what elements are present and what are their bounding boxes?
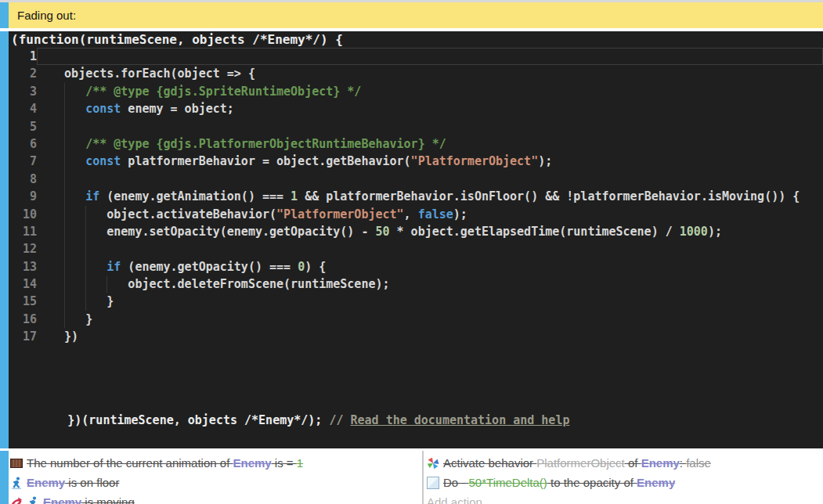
code-line-content[interactable]: } [37, 293, 823, 310]
selection-strip [0, 451, 9, 504]
code-line[interactable]: 9 if (enemy.getAnimation() === 1 && plat… [9, 188, 823, 205]
code-token: * object.getElapsedTime(runtimeScene) / [390, 225, 680, 239]
code-token: ); [453, 207, 467, 221]
indent-guide [85, 293, 86, 310]
line-number: 3 [9, 83, 37, 100]
indent-guide [64, 275, 65, 293]
code-line[interactable]: 4 const enemy = object; [9, 100, 823, 117]
code-line-content[interactable] [37, 240, 823, 257]
code-line-content[interactable]: object.activateBehavior("PlatformerObjec… [37, 206, 823, 223]
indent-guide [64, 206, 65, 223]
indent-guide [85, 206, 86, 223]
code-line-content[interactable]: const enemy = object; [37, 100, 823, 117]
documentation-link[interactable]: Read the documentation and help [350, 413, 569, 427]
action-row[interactable]: Activate behavior PlatformerObject of En… [427, 453, 823, 473]
code-line[interactable]: 17 }) [9, 328, 823, 345]
code-line[interactable]: 11 enemy.setOpacity(enemy.getOpacity() -… [9, 223, 823, 240]
code-token: && platformerBehavior.isOnFloor() && !pl… [298, 189, 800, 203]
indent-guide [106, 275, 107, 293]
indent-guide [64, 188, 65, 205]
code-token: ); [708, 225, 722, 239]
code-token: /** @type {gdjs.PlatformerObjectRuntimeB… [43, 137, 446, 151]
condition-row[interactable]: The number of the current animation of E… [9, 453, 422, 473]
comment-event[interactable]: Fading out: [0, 2, 823, 28]
action-row[interactable]: Do - 50*TimeDelta() to the opacity of En… [427, 473, 823, 492]
code-line[interactable]: 1 [9, 48, 823, 65]
code-line[interactable]: 5 [9, 118, 823, 135]
code-line-content[interactable] [37, 118, 823, 135]
indent-guide [64, 100, 65, 117]
code-token: 1 [291, 189, 298, 203]
code-line-content[interactable] [37, 171, 823, 188]
action-text-segment: 50*TimeDelta() [469, 476, 547, 489]
code-token: (enemy.getAnimation() === [99, 189, 291, 203]
code-token: (enemy.getOpacity() === [121, 260, 298, 274]
code-area[interactable]: 12 objects.forEach(object => {3 /** @typ… [9, 48, 823, 346]
js-code-event[interactable]: (function(runtimeScene, objects /*Enemy*… [0, 31, 823, 448]
line-number: 5 [9, 118, 37, 135]
action-text-segment: of [625, 456, 641, 470]
indent-guide [64, 240, 65, 257]
code-line-content[interactable]: enemy.setOpacity(enemy.getOpacity() - 50… [37, 223, 823, 240]
line-number: 14 [9, 275, 37, 293]
code-token: 0 [298, 260, 305, 274]
code-line[interactable]: 10 object.activateBehavior("PlatformerOb… [9, 206, 823, 223]
code-line[interactable]: 8 [9, 171, 823, 188]
indent-guide [64, 171, 65, 188]
condition-row[interactable]: Enemy is on floor [9, 473, 422, 492]
code-line[interactable]: 16 } [9, 311, 823, 328]
platformer-icon [10, 477, 23, 489]
code-line-content[interactable]: const platformerBehavior = object.getBeh… [37, 153, 823, 170]
condition-text-segment: The number of the current animation of [27, 456, 233, 470]
invert-icon [10, 496, 23, 504]
condition-text-segment: Enemy [27, 476, 65, 489]
condition-row[interactable]: Enemy is moving [9, 492, 422, 504]
gdevelop-events-sheet: Fading out: (function(runtimeScene, obje… [0, 0, 823, 504]
line-number: 4 [9, 100, 37, 117]
code-line[interactable]: 7 const platformerBehavior = object.getB… [9, 153, 823, 170]
condition-text-segment: Enemy [233, 456, 271, 470]
code-token: if [43, 189, 99, 203]
code-line-content[interactable]: object.deleteFromScene(runtimeScene); [37, 275, 823, 293]
code-line[interactable]: 15 } [9, 293, 823, 310]
code-line[interactable]: 13 if (enemy.getOpacity() === 0) { [9, 258, 823, 275]
code-line[interactable]: 12 [9, 240, 823, 257]
indent-guide [64, 293, 65, 310]
line-number: 6 [9, 135, 37, 153]
condition-text-segment: is moving [81, 495, 135, 504]
code-line[interactable]: 2 objects.forEach(object => { [9, 65, 823, 82]
line-number: 11 [9, 223, 37, 240]
code-token: object.activateBehavior( [43, 207, 276, 221]
indent-guide [85, 240, 86, 257]
add-action-button[interactable]: Add action [427, 492, 823, 504]
action-text-segment: to the opacity of [547, 476, 637, 489]
code-token: } [43, 294, 114, 308]
original-event-block: The number of the current animation of E… [0, 451, 823, 504]
actions-column: Activate behavior PlatformerObject of En… [424, 451, 823, 504]
indent-guide [85, 275, 86, 293]
js-code-editor[interactable]: (function(runtimeScene, objects /*Enemy*… [9, 31, 823, 448]
code-line[interactable]: 6 /** @type {gdjs.PlatformerObjectRuntim… [9, 135, 823, 153]
code-line-content[interactable]: /** @type {gdjs.SpriteRuntimeObject} */ [37, 83, 823, 100]
code-line-content[interactable]: if (enemy.getOpacity() === 0) { [37, 258, 823, 275]
code-token: ); [538, 154, 552, 168]
code-line-content[interactable]: }) [37, 328, 823, 345]
action-text-segment: Enemy [637, 476, 675, 489]
line-number: 17 [9, 328, 37, 345]
action-text-segment: : [680, 456, 686, 470]
action-text-segment: Do - [443, 476, 469, 489]
comment-bar[interactable]: Fading out: [9, 2, 823, 28]
code-line[interactable]: 14 object.deleteFromScene(runtimeScene); [9, 275, 823, 293]
code-token: "PlatformerObject" [276, 207, 404, 221]
code-token: } [43, 312, 92, 326]
code-line-content[interactable]: } [37, 311, 823, 328]
animation-icon [10, 457, 23, 470]
code-line-content[interactable]: if (enemy.getAnimation() === 1 && platfo… [37, 188, 823, 205]
code-line[interactable]: 3 /** @type {gdjs.SpriteRuntimeObject} *… [9, 83, 823, 100]
code-token: enemy = object; [121, 102, 234, 116]
code-line-content[interactable]: objects.forEach(object => { [37, 65, 823, 82]
indent-guide [64, 118, 65, 135]
code-line-content[interactable] [37, 48, 823, 65]
action-text-segment: Activate behavior [443, 456, 536, 470]
code-line-content[interactable]: /** @type {gdjs.PlatformerObjectRuntimeB… [37, 135, 823, 153]
